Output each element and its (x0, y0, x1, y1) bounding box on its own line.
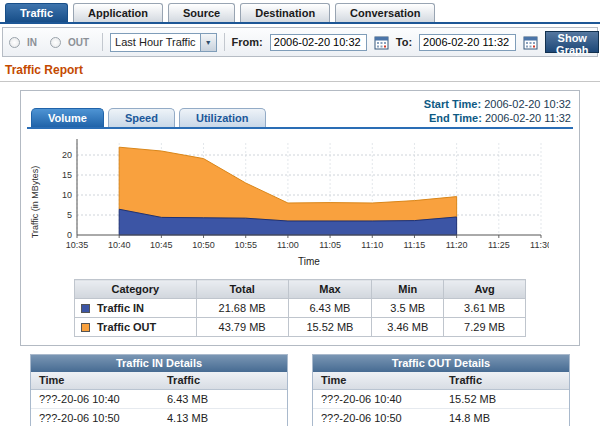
svg-text:20: 20 (62, 150, 72, 160)
show-graph-button[interactable]: Show Graph (545, 31, 599, 53)
svg-text:0: 0 (67, 230, 72, 240)
traffic-report-panel: Volume Speed Utilization Start Time: 200… (20, 90, 580, 346)
page-title: Traffic Report (0, 57, 600, 82)
svg-text:10:50: 10:50 (192, 240, 215, 250)
in-radio-label: IN (27, 37, 37, 48)
traffic-out-label: Traffic OUT (97, 321, 156, 333)
traffic-out-details-table: Traffic OUT Details Time Traffic ???-20-… (312, 354, 570, 426)
cell-traffic: 14.8 MB (441, 409, 569, 426)
details-header-row: Time Traffic (313, 372, 569, 390)
time-range-info: Start Time: 2006-02-20 10:32 End Time: 2… (424, 97, 573, 127)
tab-traffic[interactable]: Traffic (5, 3, 68, 22)
table-row: ???-20-06 10:40 15.52 MB (313, 390, 569, 409)
svg-text:10: 10 (62, 190, 72, 200)
period-select-value: Last Hour Traffic (111, 36, 200, 48)
period-select[interactable]: Last Hour Traffic ▼ (110, 33, 217, 52)
panel-tab-row: Volume Speed Utilization Start Time: 200… (27, 97, 573, 129)
cell-time: ???-20-06 10:40 (31, 390, 159, 408)
col-header-total: Total (196, 280, 288, 299)
to-label: To: (396, 36, 412, 48)
summary-table: Category Total Max Min Avg Traffic IN 21… (74, 279, 526, 337)
in-radio[interactable] (9, 37, 20, 48)
traffic-area-chart: Traffic (in MBytes) 10:3510:4010:4510:50… (27, 135, 573, 269)
svg-text:10:40: 10:40 (108, 240, 131, 250)
to-date-input[interactable] (419, 34, 516, 51)
svg-text:15: 15 (62, 170, 72, 180)
svg-text:11:00: 11:00 (277, 240, 299, 250)
cell-time: ???-20-06 10:50 (313, 409, 441, 426)
cell-traffic: 4.13 MB (159, 409, 287, 426)
svg-text:11:20: 11:20 (446, 240, 468, 250)
svg-text:5: 5 (67, 210, 72, 220)
start-time-value: 2006-02-20 10:32 (484, 98, 571, 110)
cell-avg: 3.61 MB (444, 299, 526, 318)
table-row: ???-20-06 10:50 14.8 MB (313, 409, 569, 426)
svg-text:10:45: 10:45 (150, 240, 173, 250)
cell-avg: 7.29 MB (444, 318, 526, 337)
svg-text:11:25: 11:25 (488, 240, 510, 250)
details-section: Traffic IN Details Time Traffic ???-20-0… (30, 354, 570, 426)
table-row: ???-20-06 10:50 4.13 MB (31, 409, 287, 426)
col-header-min: Min (372, 280, 444, 299)
toolbar-separator (102, 33, 103, 51)
calendar-icon[interactable] (523, 35, 538, 50)
cell-traffic: 15.52 MB (441, 390, 569, 408)
end-time-value: 2006-02-20 11:32 (485, 112, 571, 124)
main-tab-bar: Traffic Application Source Destination C… (0, 0, 600, 24)
cell-traffic: 6.43 MB (159, 390, 287, 408)
tab-source[interactable]: Source (168, 3, 235, 22)
col-header-traffic: Traffic (441, 372, 569, 389)
svg-text:11:15: 11:15 (404, 240, 426, 250)
chart-plot-area: 10:3510:4010:4510:5010:5511:0011:0511:10… (43, 135, 549, 269)
start-time-label: Start Time: (424, 98, 481, 110)
svg-text:11:30: 11:30 (530, 240, 549, 250)
col-header-category: Category (75, 280, 197, 299)
table-row: Traffic IN 21.68 MB 6.43 MB 3.5 MB 3.61 … (75, 299, 526, 318)
calendar-icon[interactable] (374, 35, 389, 50)
col-header-max: Max (288, 280, 372, 299)
tab-speed[interactable]: Speed (108, 108, 175, 127)
col-header-time: Time (313, 372, 441, 389)
tab-volume[interactable]: Volume (31, 108, 104, 127)
col-header-traffic: Traffic (159, 372, 287, 389)
filter-toolbar: IN OUT Last Hour Traffic ▼ From: To: Sho… (2, 27, 598, 57)
from-label: From: (232, 36, 263, 48)
traffic-in-details-title: Traffic IN Details (31, 355, 287, 372)
toolbar-separator (224, 33, 225, 51)
svg-text:10:35: 10:35 (66, 240, 89, 250)
cell-total: 43.79 MB (196, 318, 288, 337)
traffic-in-legend-swatch (81, 304, 90, 313)
svg-text:Time: Time (298, 256, 320, 267)
cell-min: 3.46 MB (372, 318, 444, 337)
details-header-row: Time Traffic (31, 372, 287, 390)
from-date-input[interactable] (270, 34, 367, 51)
summary-header-row: Category Total Max Min Avg (75, 280, 526, 299)
cell-min: 3.5 MB (372, 299, 444, 318)
end-time-label: End Time: (429, 112, 482, 124)
col-header-time: Time (31, 372, 159, 389)
traffic-in-label: Traffic IN (97, 302, 144, 314)
tab-utilization[interactable]: Utilization (179, 108, 266, 127)
tab-application[interactable]: Application (73, 3, 163, 22)
table-row: Traffic OUT 43.79 MB 15.52 MB 3.46 MB 7.… (75, 318, 526, 337)
svg-text:10:55: 10:55 (234, 240, 257, 250)
table-row: ???-20-06 10:40 6.43 MB (31, 390, 287, 409)
chevron-down-icon[interactable]: ▼ (200, 34, 216, 51)
cell-total: 21.68 MB (196, 299, 288, 318)
out-radio[interactable] (50, 37, 61, 48)
cell-max: 15.52 MB (288, 318, 372, 337)
svg-text:11:10: 11:10 (361, 240, 383, 250)
tab-conversation[interactable]: Conversation (335, 3, 435, 22)
cell-time: ???-20-06 10:50 (31, 409, 159, 426)
col-header-avg: Avg (444, 280, 526, 299)
traffic-in-details-table: Traffic IN Details Time Traffic ???-20-0… (30, 354, 288, 426)
traffic-out-legend-swatch (81, 323, 90, 332)
y-axis-label: Traffic (in MBytes) (27, 135, 43, 269)
tab-destination[interactable]: Destination (240, 3, 330, 22)
cell-max: 6.43 MB (288, 299, 372, 318)
cell-time: ???-20-06 10:40 (313, 390, 441, 408)
svg-text:11:05: 11:05 (319, 240, 341, 250)
traffic-out-details-title: Traffic OUT Details (313, 355, 569, 372)
out-radio-label: OUT (68, 37, 89, 48)
